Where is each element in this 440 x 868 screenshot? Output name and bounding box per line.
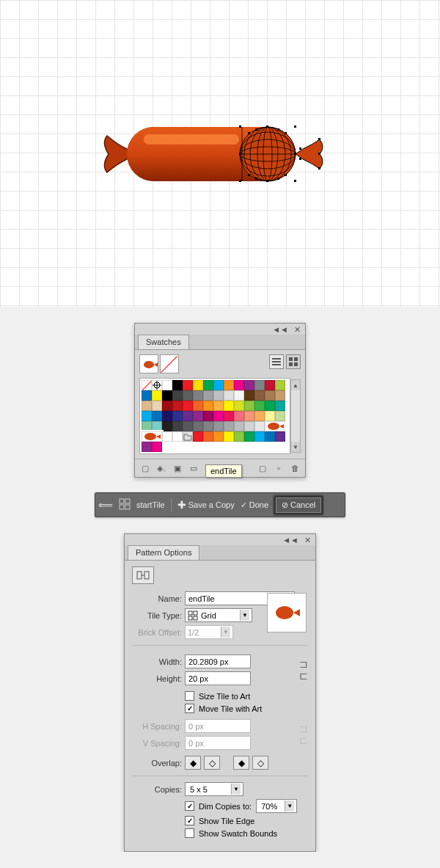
swatch-item[interactable] (244, 401, 254, 411)
move-with-art-checkbox[interactable] (185, 704, 194, 713)
swatch-item[interactable] (275, 390, 285, 401)
swatch-kinds-icon[interactable]: ◈. (155, 462, 167, 474)
swatch-item[interactable] (152, 442, 162, 452)
swatch-item[interactable] (275, 401, 285, 411)
scrollbar[interactable]: ▲ ▼ (290, 379, 301, 453)
swatch-item[interactable] (183, 421, 193, 431)
swatch-item[interactable] (254, 411, 265, 421)
swatch-item[interactable] (172, 390, 183, 401)
new-color-group-icon[interactable]: ▭ (188, 462, 199, 474)
swatch-item[interactable] (275, 431, 285, 442)
swatch-item[interactable] (162, 411, 172, 421)
folder-icon[interactable]: ▢ (257, 462, 268, 474)
swatch-item[interactable] (172, 380, 183, 390)
save-copy-button[interactable]: ✚Save a Copy (177, 499, 235, 511)
swatch-item[interactable] (142, 380, 152, 390)
overlap-right-icon[interactable]: ◇ (204, 756, 220, 770)
swatch-item[interactable] (193, 380, 203, 390)
swatch-item[interactable] (162, 421, 172, 431)
swatch-item[interactable] (244, 390, 254, 401)
swatch-item[interactable] (203, 390, 213, 401)
panel-close-icon[interactable]: ✕ (294, 325, 301, 335)
swatch-item[interactable] (265, 411, 275, 421)
swatch-item[interactable] (234, 421, 244, 431)
swatch-item[interactable] (183, 401, 193, 411)
swatch-item[interactable] (234, 411, 244, 421)
swatch-item[interactable] (203, 411, 213, 421)
swatch-item[interactable] (244, 421, 254, 431)
swatch-item[interactable] (152, 380, 162, 390)
show-bounds-checkbox[interactable] (185, 828, 194, 838)
swatch-item[interactable] (213, 411, 224, 421)
swatch-item[interactable] (244, 380, 254, 390)
swatch-item[interactable] (142, 401, 152, 411)
swatch-grid[interactable] (139, 378, 290, 454)
swatch-item[interactable] (142, 390, 152, 401)
swatch-item[interactable] (275, 380, 285, 390)
swatch-item[interactable] (213, 380, 224, 390)
swatch-item[interactable] (152, 401, 162, 411)
panel-menu-icon[interactable]: ◄◄ (272, 325, 288, 335)
swatch-item[interactable] (224, 431, 234, 442)
swatch-item[interactable] (183, 380, 193, 390)
swatch-item[interactable] (213, 421, 224, 431)
swatch-item[interactable] (142, 431, 162, 442)
link-dimensions-icon[interactable]: ⊐⊏ (299, 658, 308, 682)
pattern-options-tab[interactable]: Pattern Options (128, 545, 199, 560)
dim-copies-select[interactable]: 70% ▼ (256, 799, 297, 813)
swatch-item[interactable] (224, 380, 234, 390)
swatch-item[interactable] (172, 401, 183, 411)
swatch-item[interactable] (213, 431, 224, 442)
swatch-item[interactable] (172, 421, 183, 431)
swatch-item[interactable] (203, 421, 213, 431)
swatch-item[interactable] (183, 431, 193, 442)
swatch-item[interactable] (265, 401, 275, 411)
swatch-item[interactable] (172, 431, 183, 442)
swatch-item[interactable] (213, 401, 224, 411)
swatch-item[interactable] (142, 442, 152, 452)
done-button[interactable]: ✓Done (241, 500, 268, 510)
swatch-item[interactable] (203, 431, 213, 442)
swatch-item[interactable] (265, 390, 275, 401)
swatch-item[interactable] (254, 431, 265, 442)
swatch-item[interactable] (254, 401, 265, 411)
swatch-item[interactable] (152, 411, 162, 421)
tile-type-select[interactable]: Grid ▼ (185, 608, 252, 622)
swatch-item[interactable] (162, 401, 172, 411)
height-input[interactable] (185, 671, 251, 685)
swatch-item[interactable] (193, 411, 203, 421)
swatch-item[interactable] (224, 401, 234, 411)
swatch-item[interactable] (265, 431, 275, 442)
swatch-item[interactable] (162, 431, 172, 442)
swatch-item[interactable] (193, 421, 203, 431)
swatch-item[interactable] (142, 421, 152, 431)
swatch-item[interactable] (213, 390, 224, 401)
copies-select[interactable]: 5 x 5 ▼ (185, 782, 243, 796)
scroll-up-icon[interactable]: ▲ (291, 380, 300, 390)
swatch-item[interactable] (234, 431, 244, 442)
width-input[interactable] (185, 654, 251, 668)
cancel-button[interactable]: ⊘Cancel (274, 496, 323, 514)
overlap-top-icon[interactable]: ◆ (233, 756, 249, 770)
swatch-item[interactable] (244, 411, 254, 421)
swatch-item[interactable] (254, 380, 265, 390)
swatch-libraries-icon[interactable]: ▢ (139, 462, 151, 474)
swatch-item[interactable] (244, 431, 254, 442)
list-view-icon[interactable] (269, 354, 284, 369)
swatch-item[interactable] (224, 390, 234, 401)
swatch-item[interactable] (224, 411, 234, 421)
swatch-item[interactable] (172, 411, 183, 421)
swatch-item[interactable] (234, 390, 244, 401)
overlap-left-icon[interactable]: ◆ (185, 756, 201, 770)
new-swatch-icon[interactable]: ▫ (273, 462, 285, 474)
swatch-item[interactable] (224, 421, 234, 431)
swatch-item[interactable] (265, 421, 285, 431)
swatch-item[interactable] (193, 431, 203, 442)
swatch-item[interactable] (183, 390, 193, 401)
swatch-item[interactable] (193, 390, 203, 401)
panel-close-icon[interactable]: ✕ (304, 536, 311, 545)
current-swatch[interactable] (139, 354, 179, 373)
swatch-item[interactable] (152, 390, 162, 401)
swatch-item[interactable] (183, 411, 193, 421)
size-to-art-checkbox[interactable] (185, 691, 194, 701)
